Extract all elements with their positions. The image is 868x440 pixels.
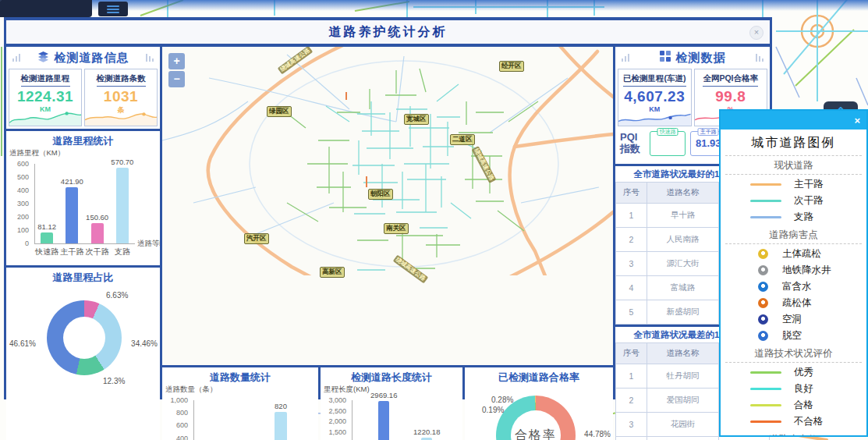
stat-card-checked-mileage: 已检测里程(车道) 4,607.23 KM xyxy=(618,69,692,126)
donut-callout: 6.63% xyxy=(106,291,128,300)
pqi-label: PQI指数 xyxy=(620,132,645,155)
road-info-panel: 检测道路信息 检测道路里程 1224.31 KM 检测道路条数 xyxy=(6,47,160,129)
road-line-swatch xyxy=(750,420,781,423)
close-icon[interactable]: × xyxy=(749,26,763,40)
legend-item: 空洞 xyxy=(721,311,866,328)
length-chart-panel: 检测道路长度统计 里程长度(KM)道路等级05001,0001,5002,000… xyxy=(321,367,462,440)
decor-bars-left xyxy=(12,54,20,62)
road-line-swatch xyxy=(750,200,781,202)
decor-bars-right xyxy=(146,54,154,62)
donut-callout: 12.3% xyxy=(103,377,125,385)
count-chart-panel: 道路数量统计 道路数量（条）道路等级02004006008001,0008快速路… xyxy=(162,367,318,440)
bar xyxy=(275,412,287,440)
decor-bars-right xyxy=(756,54,763,62)
legend-item: 脱空 xyxy=(721,328,866,344)
panel-title: 检测数据 xyxy=(676,51,726,66)
modal-header: 道路养护统计分析 × xyxy=(6,20,770,44)
mileage-chart-panel: 道路里程统计 道路里程（KM）道路等级010020030040050060081… xyxy=(6,131,160,265)
table-row: 4民丰三条 xyxy=(616,437,770,440)
map-district-label: 二道区 xyxy=(450,134,475,145)
map-district-label: 高新区 xyxy=(320,267,345,278)
stat-value: 4,607.23 xyxy=(618,88,691,105)
legend-section-heading: 现状道路 xyxy=(721,159,866,172)
road-line-swatch xyxy=(750,183,781,186)
legend-item: 良好 xyxy=(721,381,866,397)
legend-item: 优秀 xyxy=(721,364,866,381)
map-zoom-in-button[interactable]: + xyxy=(168,53,185,69)
donut-callout: 46.61% xyxy=(9,339,36,348)
chart-title: 道路里程统计 xyxy=(6,131,160,147)
pass-rate-panel: 已检测道路合格率 合格率44.78%54.75%0.28%0.19%优秀良好合格… xyxy=(465,367,613,440)
stat-value: 99.8 xyxy=(695,88,767,105)
chart-title: 道路里程占比 xyxy=(6,268,160,283)
disease-point-icon xyxy=(758,265,768,275)
legend-item: 地铁降水井 xyxy=(721,262,866,279)
legend-body: 城市道路图例现状道路主干路次干路支路道路病害点土体疏松地铁降水井富含水疏松体空洞… xyxy=(721,135,866,437)
sparkline xyxy=(9,108,81,126)
stat-card-count: 检测道路条数 1031 条 xyxy=(84,69,158,126)
map-zoom-out-button[interactable]: − xyxy=(168,71,185,87)
map-district-label: 朝阳区 xyxy=(368,189,393,200)
donut-callout: 34.46% xyxy=(131,339,158,348)
map-legend-panel: × 城市道路图例现状道路主干路次干路支路道路病害点土体疏松地铁降水井富含水疏松体… xyxy=(719,109,868,437)
donut-callout: 44.78% xyxy=(584,430,611,438)
legend-item: 主干路 xyxy=(721,176,866,193)
count-bar-chart: 道路数量（条）道路等级02004006008001,0008快速路97主干路10… xyxy=(162,383,318,440)
decor-bars-left xyxy=(622,54,629,62)
map-district-label: 宽城区 xyxy=(404,114,429,125)
legend-item: 次干路 xyxy=(721,193,866,209)
length-bar-chart: 里程长度(KM)道路等级05001,0001,5002,0002,5003,00… xyxy=(321,383,462,440)
legend-item: 疏松体 xyxy=(721,295,866,311)
map-district-label: 汽开区 xyxy=(244,233,269,244)
disease-point-icon xyxy=(758,314,768,325)
chart-title: 检测道路长度统计 xyxy=(321,367,462,383)
chart-title: 道路数量统计 xyxy=(162,367,318,383)
legend-title: 城市道路图例 xyxy=(721,135,866,151)
bar xyxy=(91,223,104,243)
legend-section-heading: 道路大中修 xyxy=(721,433,866,437)
panel-title: 检测道路信息 xyxy=(55,51,129,66)
city-map[interactable]: + − 绿园区 宽城区 二道区 经开区 朝阳区 南关区 汽开区 高新区 绕城高速… xyxy=(162,47,613,365)
bar xyxy=(116,168,129,243)
mileage-bar-chart: 道路里程（KM）道路等级010020030040050060081.12快速路4… xyxy=(6,147,160,265)
bar xyxy=(378,401,389,440)
legend-item: 支路 xyxy=(721,209,866,225)
dashboard-modal: 道路养护统计分析 × 检测道路信息 检测道路里程 1224.31 xyxy=(4,17,772,399)
hamburger-menu-icon[interactable] xyxy=(98,2,128,16)
donut-callout: 0.28% xyxy=(491,396,513,404)
sparkline xyxy=(618,108,691,126)
map-district-label: 南关区 xyxy=(384,223,409,234)
share-donut-chart: 6.63%34.46%12.3%46.61%快速路主干路次干路支路 xyxy=(6,283,160,440)
stat-value: 1031 xyxy=(85,88,157,105)
legend-item: 不合格 xyxy=(721,413,866,430)
donut-callout: 0.19% xyxy=(482,406,504,414)
layers-icon xyxy=(37,51,49,66)
road-line-swatch xyxy=(750,404,781,406)
mini-map-widget[interactable] xyxy=(0,0,92,17)
donut-ring xyxy=(47,300,122,375)
map-district-label: 绿园区 xyxy=(267,106,292,117)
road-line-swatch xyxy=(750,371,781,374)
disease-point-icon xyxy=(758,331,768,341)
disease-point-icon xyxy=(758,298,768,308)
legend-header: × xyxy=(721,111,866,130)
road-line-swatch xyxy=(750,388,781,390)
stat-value: 1224.31 xyxy=(9,88,81,105)
road-line-swatch xyxy=(750,216,781,218)
data-grid-icon xyxy=(660,51,671,65)
chart-title: 已检测道路合格率 xyxy=(465,367,613,383)
bar xyxy=(41,232,53,243)
pass-rate-donut-chart: 合格率44.78%54.75%0.28%0.19%优秀良好合格不合格 xyxy=(465,383,613,440)
close-icon[interactable]: × xyxy=(854,115,860,126)
legend-item: 富含水 xyxy=(721,279,866,295)
legend-section-heading: 道路技术状况评价 xyxy=(721,347,866,360)
legend-item: 合格 xyxy=(721,397,866,413)
legend-section-heading: 道路病害点 xyxy=(721,229,866,242)
sparkline xyxy=(85,108,157,126)
page-title: 道路养护统计分析 xyxy=(329,24,448,41)
pqi-card-express: 快速路 xyxy=(650,131,686,156)
stat-card-mileage: 检测道路里程 1224.31 KM xyxy=(9,69,82,126)
legend-item: 土体疏松 xyxy=(721,246,866,262)
disease-point-icon xyxy=(758,282,768,292)
share-chart-panel: 道路里程占比 6.63%34.46%12.3%46.61%快速路主干路次干路支路 xyxy=(6,268,160,440)
